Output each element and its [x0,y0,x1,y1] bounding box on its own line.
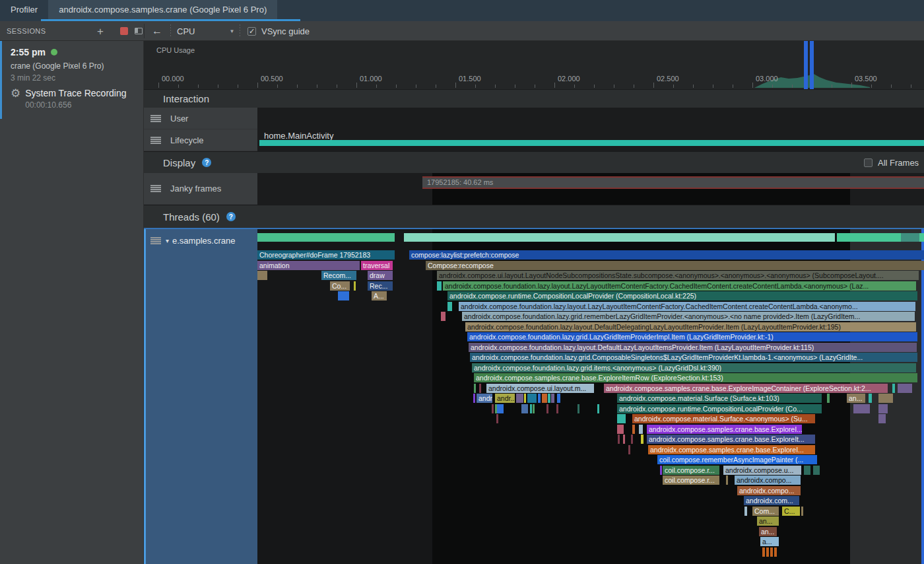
trace-event-box[interactable]: an... [757,516,779,526]
trace-event-sliver[interactable] [527,394,537,403]
trace-event-box[interactable]: Co... [330,281,350,291]
trace-event-sliver[interactable] [639,425,643,434]
trace-event-sliver[interactable] [801,507,803,516]
trace-event-box[interactable]: androidx.compose.ui.layout.m... [486,384,594,393]
trace-event-sliver[interactable] [521,404,528,413]
trace-event-box[interactable]: androidx.compose.foundation.lazy.grid.it… [472,363,916,372]
trace-event-sliver[interactable] [538,394,541,403]
trace-event-sliver[interactable] [878,414,886,423]
trace-event-sliver[interactable] [497,404,504,413]
trace-event-sliver[interactable] [660,466,662,475]
trace-event-sliver[interactable] [878,394,893,403]
drag-handle-icon[interactable] [150,185,161,192]
trace-event-box[interactable]: coil.compose.r... [663,466,719,475]
cpu-timeline[interactable]: CPU Usage 00.00000.50001.00001.50002.000… [144,41,924,89]
trace-event-box[interactable]: Compose:recompose [426,261,924,270]
trace-event-sliver[interactable] [473,394,475,403]
frame-selection-bar[interactable] [810,41,814,89]
add-session-icon[interactable]: + [97,26,104,37]
trace-event-sliver[interactable] [546,404,548,413]
trace-event-sliver[interactable] [774,547,777,557]
trace-event-sliver[interactable] [804,466,810,475]
janky-frames-panel[interactable]: Janky frames [144,173,257,205]
trace-event-sliver[interactable] [618,435,620,444]
trace-event-box[interactable]: draw [368,271,393,280]
trace-event-box[interactable]: androidx.compose.ui.layout.LayoutNodeSub… [437,271,919,280]
trace-event-box[interactable]: coil.compose.rememberAsyncImagePainter (… [657,455,817,464]
trace-event-sliver[interactable] [813,466,820,475]
trace-event-box[interactable]: androidx.compose.foundation.lazy.layout.… [459,302,915,311]
trace-event-box[interactable]: compose:lazylist:prefetch:compose [409,250,924,260]
trace-event-sliver[interactable] [628,445,630,454]
trace-event-box[interactable]: androidx.com... [744,496,799,505]
trace-event-box[interactable]: animation [257,261,360,270]
trace-event-sliver[interactable] [492,404,494,413]
display-section-header[interactable]: Display ? All Frames [144,151,924,173]
trace-event-box[interactable]: an... [759,527,777,536]
janky-frame-bar[interactable]: 17952185: 40.62 ms [422,176,924,189]
vsync-checkbox[interactable]: ✓ [248,27,256,36]
trace-event-sliver[interactable] [437,281,442,291]
expander-caret-icon[interactable]: ▾ [166,237,169,244]
trace-event-sliver[interactable] [827,394,830,403]
trace-event-sliver[interactable] [766,547,769,557]
trace-event-sliver[interactable] [726,476,728,485]
trace-event-box[interactable]: androidx.compose.foundation.lazy.layout.… [469,343,917,352]
trace-event-box[interactable]: androidx.compose.foundation.lazy.grid.Co… [470,353,917,362]
trace-event-box[interactable]: androidx.compose.foundation.lazy.grid.La… [467,332,917,341]
drag-handle-icon[interactable] [150,115,161,122]
trace-event-box[interactable]: androidx.compo... [735,476,801,485]
trace-event-sliver[interactable] [479,384,481,393]
frame-selection-bar[interactable] [804,41,808,89]
vsync-guide-toggle[interactable]: ✓ VSync guide [248,21,310,41]
tab-profiler[interactable]: Profiler [0,0,48,19]
trace-event-sliver[interactable] [441,312,446,321]
trace-event-box[interactable]: Com... [752,507,779,516]
trace-event-sliver[interactable] [617,414,626,423]
tab-session[interactable]: androidx.compose.samples.crane (Google P… [48,0,277,19]
trace-event-box[interactable]: androidx.compose.runtime.CompositionLoca… [617,404,822,413]
trace-event-sliver[interactable] [524,394,526,403]
trace-event-sliver[interactable] [530,404,532,413]
trace-event-sliver[interactable] [631,435,633,444]
trace-event-sliver[interactable] [257,271,267,280]
trace-event-sliver[interactable] [578,404,579,413]
lifecycle-event-bar[interactable] [259,140,924,146]
trace-event-sliver[interactable] [762,547,765,557]
process-selector-dropdown[interactable]: CPU ▼ [177,21,234,41]
trace-event-sliver[interactable] [548,394,550,403]
trace-event-sliver[interactable] [557,394,560,403]
lifecycle-track-panel[interactable]: Lifecycle [144,129,257,151]
trace-event-sliver[interactable] [542,394,547,403]
trace-event-box[interactable]: an... [847,394,865,403]
trace-event-sliver[interactable] [556,404,558,413]
user-track[interactable] [257,108,924,129]
trace-event-sliver[interactable] [770,547,773,557]
trace-event-box[interactable]: coil.compose.r... [663,476,719,485]
trace-event-sliver[interactable] [869,394,872,403]
session-item[interactable]: 2:55 pm crane (Google Pixel 6 Pro) 3 min… [11,46,139,83]
user-track-panel[interactable]: User [144,108,257,129]
trace-event-sliver[interactable] [496,414,498,423]
trace-event-box[interactable]: androidx.compose.runtime.CompositionLoca… [447,291,917,300]
trace-event-box[interactable]: Rec... [368,281,393,291]
stop-recording-icon[interactable] [120,27,128,35]
trace-event-sliver[interactable] [474,384,476,393]
threads-section-header[interactable]: Threads (60) ? [144,205,924,228]
help-icon[interactable]: ? [226,212,236,221]
trace-event-sliver[interactable] [617,425,624,434]
collapse-panel-icon[interactable] [135,28,143,34]
trace-event-box[interactable]: androidx.compose.material.Surface.<anony… [632,414,815,423]
trace-event-sliver[interactable] [533,404,535,413]
trace-event-box[interactable]: androidx.compose.foundation.lazy.layout.… [465,322,916,332]
trace-event-sliver[interactable] [551,394,554,403]
all-frames-checkbox[interactable] [864,159,873,167]
trace-event-box[interactable]: andr... [495,394,515,403]
trace-event-box[interactable]: Recom... [321,271,356,280]
trace-event-sliver[interactable] [354,281,356,291]
drag-handle-icon[interactable] [150,137,161,144]
trace-event-box[interactable]: Choreographer#doFrame 17952183 [257,250,395,260]
interaction-section-header[interactable]: Interaction [144,89,924,108]
trace-event-sliver[interactable] [898,384,912,393]
trace-event-box[interactable]: androidx.compose.samples.crane.base.Expl… [604,384,888,393]
